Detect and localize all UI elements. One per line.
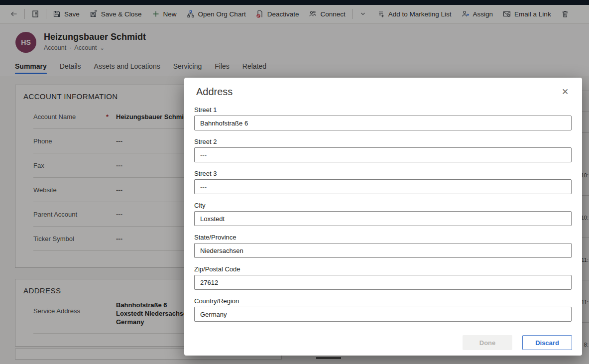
field-group-street1: Street 1 (194, 106, 572, 130)
state-label: State/Province (194, 234, 572, 241)
field-group-country: Country/Region (194, 297, 572, 322)
close-icon[interactable]: ✕ (559, 86, 571, 98)
dialog-fields: Street 1 Street 2 Street 3 City State/Pr… (194, 106, 572, 329)
field-group-street3: Street 3 (194, 170, 572, 194)
field-group-state: State/Province (194, 234, 572, 258)
country-label: Country/Region (194, 297, 572, 305)
street1-input[interactable] (194, 116, 572, 130)
field-group-zip: Zip/Postal Code (194, 265, 572, 290)
city-input[interactable] (194, 211, 572, 226)
app-window: Save Save & Close New Open Org Chart Dea… (0, 0, 589, 364)
discard-button[interactable]: Discard (522, 335, 572, 350)
dialog-title: Address (196, 86, 233, 98)
field-group-city: City (194, 202, 572, 226)
done-button[interactable]: Done (463, 335, 512, 350)
street3-label: Street 3 (194, 170, 572, 177)
state-input[interactable] (194, 243, 572, 258)
zip-input[interactable] (194, 275, 572, 290)
address-dialog: Address ✕ Street 1 Street 2 Street 3 Cit… (184, 78, 582, 356)
country-input[interactable] (194, 307, 572, 322)
street2-input[interactable] (194, 147, 572, 162)
city-label: City (194, 202, 572, 209)
dialog-footer: Done Discard (463, 335, 572, 350)
zip-label: Zip/Postal Code (194, 265, 572, 273)
street3-input[interactable] (194, 179, 572, 194)
street1-label: Street 1 (194, 106, 572, 114)
field-group-street2: Street 2 (194, 138, 572, 162)
street2-label: Street 2 (194, 138, 572, 145)
